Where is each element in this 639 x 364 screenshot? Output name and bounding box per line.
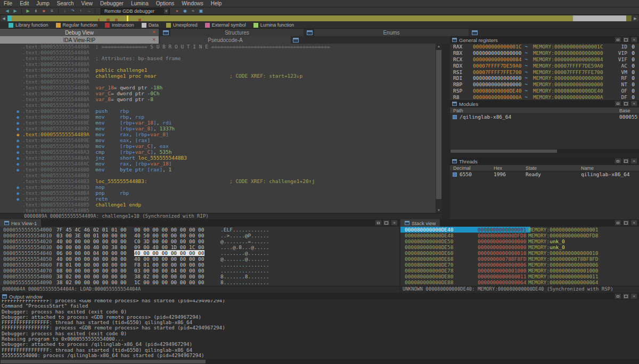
disasm-line[interactable]: .text:000055555554488A	[0, 102, 436, 108]
disasm-line[interactable]: ●.text:000055555554489A mov rax, [rbp+va…	[0, 131, 436, 137]
hex-bytes-selection[interactable]: 1C 00 00 00 00 00 00 00	[134, 279, 204, 285]
stack-memory-ref[interactable]: MEMORY:0000000000000064	[528, 279, 599, 285]
disasm-line[interactable]: .text:000055555554488A	[0, 49, 436, 55]
flag-value[interactable]: 0	[632, 69, 635, 75]
hex-row[interactable]: 000055555555407008 00 00 00 00 00 00 000…	[0, 268, 399, 274]
register-value[interactable]: 000080000000DE40	[473, 88, 525, 94]
stack-row[interactable]: 000080000000DE580000000000000000MEMORY:u…	[400, 244, 639, 250]
disasm-line[interactable]: ●.text:00005555555448A0 mov [rbp+var_C],…	[0, 143, 436, 149]
register-memory-ref[interactable]: MEMORY:000000000000001C	[533, 44, 603, 49]
hex-view[interactable]: 00005555555540007F 45 4C 46 02 01 01 000…	[0, 227, 399, 286]
module-row[interactable]: /qilinglab-x86_64 0000555555554000	[450, 114, 639, 120]
disasm-line[interactable]: ●.text:00005555555448A3 cmp [rbp+var_C],…	[0, 149, 436, 155]
close-button[interactable]: ×	[630, 37, 637, 43]
hex-bytes[interactable]: 38 02 00 00 00 00 00 00	[56, 279, 134, 285]
hex-bytes[interactable]: 38 02 00 00 00 00 00 00	[56, 274, 134, 279]
hex-bytes[interactable]: 40 00 00 00 00 00 00 00	[56, 238, 134, 244]
disasm-line[interactable]: .text:00005555555448B5	[0, 208, 436, 213]
close-button[interactable]: ×	[630, 293, 637, 299]
disasm-line[interactable]: ●.text:00005555555448AA jnz short loc_55…	[0, 155, 436, 161]
stack-memory-ref[interactable]: MEMORY:0000000000001000	[528, 268, 599, 274]
disassembly-scrollbar[interactable]: ▲ ▼	[436, 44, 442, 213]
disasm-line[interactable]: .text:00005555555448B3	[0, 172, 436, 178]
hex-row[interactable]: 000055555555404006 00 00 00 04 00 00 004…	[0, 250, 399, 256]
menu-item-search[interactable]: Search	[53, 1, 78, 6]
menu-item-file[interactable]: File	[0, 1, 16, 6]
hex-bytes-selection[interactable]: 40 00 00 00 00 00 00 00	[134, 250, 204, 256]
register-row[interactable]: RDX00007FFFF7DE59A0↪MEMORY:00007FFFF7DE5…	[450, 62, 639, 69]
register-value[interactable]: 0000000000000000	[473, 50, 525, 56]
hex-bytes[interactable]: 03 00 3E 00 01 00 00 00	[56, 233, 134, 238]
maximize-button[interactable]	[383, 220, 390, 226]
run-until-return-icon[interactable]: →	[85, 8, 92, 14]
hex-bytes[interactable]: 40 00 00 00 00 00 00 00	[56, 256, 134, 262]
tab-debug-view[interactable]: Debug View ×	[0, 29, 159, 36]
stack-row[interactable]: 000080000000DE400000000000000001MEMORY:0…	[400, 227, 639, 233]
attach-process-icon[interactable]: ≡	[48, 8, 55, 14]
stack-value[interactable]: 0000000000000064	[478, 279, 528, 285]
hex-bytes[interactable]: 40 00 00 00 00 00 00 00	[134, 250, 220, 256]
flag-value[interactable]: 0	[632, 88, 635, 94]
flag-value[interactable]: 0	[632, 44, 635, 49]
undock-button[interactable]	[615, 220, 621, 226]
disasm-line[interactable]: .text:000055555554488A var_C= dword ptr …	[0, 90, 436, 96]
window-icon[interactable]	[472, 30, 478, 35]
disasm-line[interactable]: ●.text:000055555554488B mov rbp, rsp	[0, 114, 436, 120]
step-out-icon[interactable]: ↑	[77, 8, 84, 14]
undock-button[interactable]	[615, 37, 621, 43]
register-row[interactable]: R8000000000000000A↪MEMORY:00000000000000…	[450, 94, 639, 100]
disasm-line[interactable]: .text:00005555555448B3 loc_5555555448B3:…	[0, 178, 436, 184]
register-value[interactable]: 00007FFFF7DE59A0	[473, 63, 525, 69]
flag-value[interactable]: 0	[632, 75, 635, 81]
register-row[interactable]: RBX0000000000000000↪MEMORY:0000000000000…	[450, 50, 639, 56]
jump-arrow-icon[interactable]: ↪	[525, 70, 533, 75]
stack-tab[interactable]: Stack view	[400, 219, 440, 227]
close-button[interactable]: ×	[630, 220, 637, 226]
scroll-up-icon[interactable]: ▲	[436, 44, 442, 49]
disasm-line[interactable]: .text:000055555554488A challenge1 proc n…	[0, 73, 436, 79]
undock-button[interactable]	[615, 158, 621, 164]
stack-value[interactable]: 0000000000001000	[478, 268, 528, 274]
hex-row[interactable]: 000055555555405040 00 00 00 00 00 00 004…	[0, 256, 399, 262]
hex-row[interactable]: 0000555555554060F8 01 00 00 00 00 00 00F…	[0, 262, 399, 268]
flag-value[interactable]: 0	[632, 56, 635, 62]
register-value[interactable]: 0000000000000000	[473, 75, 525, 81]
close-button[interactable]: ×	[630, 158, 637, 164]
window-icon[interactable]	[163, 30, 169, 35]
maximize-button[interactable]	[622, 101, 629, 106]
continue-process-icon[interactable]: ▶	[24, 8, 31, 14]
stack-memory-ref[interactable]: MEMORY:0000000000000001	[528, 227, 599, 233]
hex-bytes[interactable]: C0 3D 00 00 00 00 00 00	[134, 238, 220, 244]
menu-item-help[interactable]: Help	[207, 1, 226, 6]
register-memory-ref[interactable]: MEMORY:0000000000000000	[533, 75, 603, 81]
register-value[interactable]: 0000000000000084	[473, 56, 525, 62]
registers-panel[interactable]: RAX000000000000001C↪MEMORY:0000000000000…	[450, 44, 639, 100]
menu-item-jump[interactable]: Jump	[32, 1, 53, 6]
register-memory-ref[interactable]: MEMORY:000000000000000A	[533, 94, 603, 100]
hex-row[interactable]: 000055555555409038 02 00 00 00 00 00 001…	[0, 279, 399, 285]
hex-bytes[interactable]: 06 00 00 00 04 00 00 00	[56, 250, 134, 256]
thread-row[interactable]: 6550 1996 Ready qilinglab-x86_64	[450, 171, 639, 178]
hex-row[interactable]: 000055555555402040 00 00 00 00 00 00 00C…	[0, 238, 399, 244]
stack-memory-ref[interactable]: MEMORY:0000000000000011	[528, 274, 599, 279]
tab-pseudocode-a[interactable]: Pseudocode-A	[160, 36, 291, 44]
disasm-line[interactable]: .text:000055555554488A ; ===============…	[0, 44, 436, 49]
register-value[interactable]: 00007FFFF7FFE700	[473, 69, 525, 75]
tab-structures[interactable]: Structures	[170, 29, 304, 36]
stack-memory-ref[interactable]: MEMORY:0000000000000006	[528, 262, 599, 268]
stack-memory-ref[interactable]: MEMORY:000080000000DFD8	[528, 233, 599, 238]
undock-button[interactable]	[615, 101, 621, 106]
register-memory-ref[interactable]: MEMORY:000080000000DE40	[533, 88, 603, 94]
disasm-line[interactable]: .text:000055555554488A var_8= qword ptr …	[0, 96, 436, 102]
stack-value[interactable]: 0000000000000000	[478, 238, 528, 244]
stack-row[interactable]: 000080000000DE600000000000000010MEMORY:0…	[400, 250, 639, 256]
stop-process-icon[interactable]: ■	[40, 8, 47, 14]
hex-row[interactable]: 00005555555540007F 45 4C 46 02 01 01 000…	[0, 227, 399, 233]
stack-view[interactable]: 000080000000DE400000000000000001MEMORY:0…	[400, 227, 639, 286]
hex-bytes[interactable]: 1C 00 00 00 00 00 00 00	[134, 279, 220, 285]
stack-memory-ref[interactable]: MEMORY:00000000078BF8FD	[528, 256, 599, 262]
hex-bytes[interactable]: 40 50 00 00 00 00 00 00	[134, 233, 220, 238]
stack-row[interactable]: 000080000000DE700000000000000006MEMORY:0…	[400, 262, 639, 268]
scrollbar-thumb[interactable]	[1, 360, 206, 363]
hex-bytes-selection[interactable]: 03 00 00 00 04 00 00 00	[134, 268, 204, 274]
